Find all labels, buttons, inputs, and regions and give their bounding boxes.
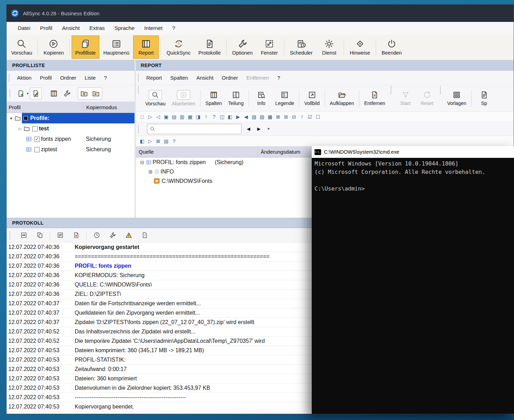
report-entfernen-button[interactable]: Entfernen <box>361 86 389 110</box>
log-copy-button[interactable] <box>34 229 46 241</box>
report-teilung-button[interactable]: Teilung <box>225 86 247 110</box>
doc-refresh-icon[interactable]: ▣ <box>163 113 170 120</box>
checkbox-unchecked[interactable] <box>34 147 40 152</box>
cmd-output[interactable]: Microsoft Windows [Version 10.0.19044.18… <box>312 158 514 414</box>
log-help-button[interactable] <box>139 229 150 241</box>
doc-shade-icon[interactable]: ▧ <box>251 113 258 120</box>
menu-internet[interactable]: Internet <box>139 23 168 33</box>
folder-prev-icon[interactable]: ◀ <box>243 113 250 120</box>
beenden-button[interactable]: Beenden <box>378 35 406 59</box>
new-profile-button[interactable] <box>15 88 27 99</box>
column-header-quelle[interactable]: Quelle <box>136 149 154 155</box>
report-aufklappen-button[interactable]: Aufklappen <box>327 86 357 110</box>
doc-add-icon[interactable]: ⊞ <box>283 113 289 120</box>
dropdown-caret-icon[interactable]: ▾ <box>27 91 28 95</box>
report-button[interactable]: Report <box>133 35 159 59</box>
log-timer-button[interactable] <box>91 229 103 241</box>
log-expand-button[interactable] <box>18 229 30 241</box>
report-legende-button[interactable]: Legende <box>272 86 297 110</box>
window-titlebar[interactable]: AllSync 4.0.28 - Business Edition <box>7 5 514 22</box>
doc-nav-icon[interactable]: ◧ <box>139 138 146 145</box>
kopieren-button[interactable]: Kopieren <box>40 35 67 59</box>
report-sp-button-clipped[interactable]: Sp <box>473 86 495 110</box>
doc-question-icon[interactable]: ? <box>171 138 178 145</box>
report-menu-spalten[interactable]: Spalten <box>166 73 192 82</box>
doc-columns-icon[interactable]: ▥ <box>179 113 186 120</box>
doc-close-icon[interactable]: ⊠ <box>155 138 162 145</box>
doc-export-icon[interactable]: ◨ <box>195 113 202 120</box>
doc-lines-icon[interactable]: ▤ <box>163 138 170 145</box>
report-spalten-button[interactable]: Spalten <box>202 86 225 110</box>
menu-profil[interactable]: Profil <box>35 23 57 33</box>
report-menu-ordner[interactable]: Ordner <box>218 73 242 82</box>
folder-next-icon[interactable]: ▶ <box>235 113 242 120</box>
doc-play-icon[interactable]: ▷ <box>147 138 154 145</box>
tree-row-profile-root[interactable]: ▾ Profile: <box>7 113 134 123</box>
profilliste-menu-hilfe[interactable]: ? <box>100 73 111 82</box>
tree-row-fonts-zippen[interactable]: ✓ fonts zippen Sicherung <box>7 134 134 144</box>
doc-left-icon[interactable]: ◧ <box>227 113 234 120</box>
hauptmenu-button[interactable]: Hauptmenü <box>99 35 133 59</box>
report-menu-hilfe[interactable]: ? <box>273 73 284 82</box>
check-off-icon[interactable]: ☐ <box>315 113 321 120</box>
doc-forward-icon[interactable]: ▷ <box>147 113 154 120</box>
expand-box-icon[interactable]: ⊞ <box>148 169 153 175</box>
folder-back-button[interactable] <box>90 88 102 99</box>
menu-hilfe[interactable]: ? <box>168 23 180 33</box>
protokolle-button[interactable]: Protokolle <box>195 35 225 59</box>
checkbox-checked[interactable]: ✓ <box>34 137 40 142</box>
doc-table-icon[interactable]: ▦ <box>187 113 194 120</box>
report-menu-report[interactable]: Report <box>142 73 166 82</box>
tree-row-ziptest[interactable]: ziptest Sicherung <box>7 144 134 155</box>
search-prev-button[interactable]: ◀ <box>245 126 252 132</box>
toolbar-grip[interactable] <box>138 125 140 133</box>
report-vollbild-button[interactable]: Vollbild <box>301 86 323 110</box>
select-report-icon[interactable]: □ <box>139 113 146 120</box>
menu-ansicht[interactable]: Ansicht <box>57 23 85 33</box>
log-swap-button[interactable] <box>54 229 66 241</box>
doc-alert-icon[interactable]: ! <box>203 113 210 120</box>
toolbar-grip[interactable] <box>440 86 442 94</box>
column-header-profil[interactable]: Profil <box>7 104 21 110</box>
cmd-titlebar[interactable]: C:\_ C:\WINDOWS\system32\cmd.exe <box>312 146 514 158</box>
checkbox-unchecked[interactable] <box>32 126 38 131</box>
cmd-window[interactable]: C:\_ C:\WINDOWS\system32\cmd.exe Microso… <box>312 146 514 414</box>
check-on-icon[interactable]: ☑ <box>307 113 313 120</box>
settings-button[interactable] <box>61 88 73 99</box>
report-info-button[interactable]: Info <box>251 86 272 110</box>
search-next-button[interactable]: ▶ <box>255 126 262 132</box>
report-search-input[interactable] <box>157 126 239 132</box>
toolbar-grip[interactable] <box>391 86 392 94</box>
fenster-button[interactable]: Fenster <box>256 35 282 59</box>
report-menu-ansicht[interactable]: Ansicht <box>192 73 218 82</box>
doc-hatch-icon[interactable]: ▨ <box>259 113 266 120</box>
doc-help-icon[interactable]: ? <box>211 113 218 120</box>
column-header-aenderungsdatum[interactable]: Änderungsdatum <box>258 146 300 157</box>
doc-delete-icon[interactable]: ⊠ <box>275 113 282 120</box>
log-settings-button[interactable] <box>107 229 119 241</box>
toolbar-grip[interactable] <box>9 90 11 97</box>
profilliste-menu-liste[interactable]: Liste <box>81 73 100 82</box>
collapse-box-icon[interactable]: ⊟ <box>139 160 145 165</box>
profilliste-menu-aktion[interactable]: Aktion <box>13 73 36 82</box>
optionen-button[interactable]: Optionen <box>228 35 256 59</box>
toolbar-grip[interactable] <box>9 232 11 239</box>
menu-sprache[interactable]: Sprache <box>109 23 139 33</box>
hinweise-button[interactable]: Hinweise <box>346 35 374 59</box>
tree-row-test[interactable]: ▷ test <box>7 123 134 134</box>
doc-split-icon[interactable]: ◫ <box>219 113 226 120</box>
menu-extras[interactable]: Extras <box>84 23 109 33</box>
column-header-kopiermodus[interactable]: Kopiermodus <box>83 102 117 113</box>
report-vorlagen-button[interactable]: Vorlagen <box>444 86 470 110</box>
vorschau-button[interactable]: Vorschau <box>7 35 36 59</box>
search-options-caret[interactable]: ▾ <box>266 126 271 132</box>
doc-dense-icon[interactable]: ▩ <box>267 113 274 120</box>
profilliste-menu-ordner[interactable]: Ordner <box>56 73 81 82</box>
quicksync-button[interactable]: QuickSync <box>163 35 194 59</box>
add-folder-button[interactable] <box>78 88 90 99</box>
profilliste-menu-profil[interactable]: Profil <box>36 73 56 82</box>
log-warnings-button[interactable] <box>123 229 134 241</box>
edit-profile-button[interactable] <box>30 88 42 99</box>
twisty-closed-icon[interactable]: ▷ <box>18 127 23 131</box>
dienst-button[interactable]: Dienst <box>316 35 342 59</box>
